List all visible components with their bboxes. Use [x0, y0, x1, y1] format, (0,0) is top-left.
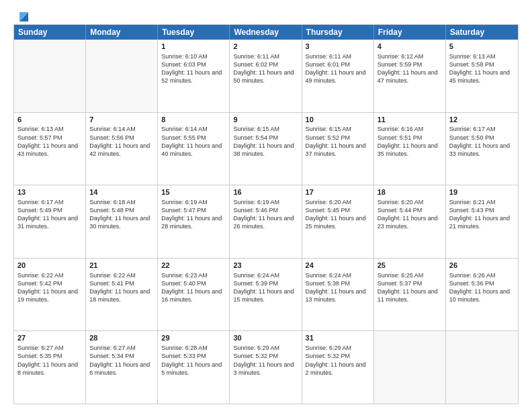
day-number: 31 [306, 333, 370, 343]
daylight-text: Daylight: 11 hours and 52 minutes. [161, 69, 222, 84]
cell-info: Sunrise: 6:24 AMSunset: 5:39 PMDaylight:… [233, 271, 298, 304]
day-number: 24 [306, 261, 370, 271]
day-number: 3 [306, 42, 370, 52]
daylight-text: Daylight: 11 hours and 8 minutes. [17, 361, 78, 376]
sunset-text: Sunset: 5:38 PM [306, 280, 351, 287]
day-number: 7 [89, 115, 154, 125]
day-number: 25 [378, 261, 442, 271]
sunset-text: Sunset: 5:32 PM [306, 353, 351, 359]
sunrise-text: Sunrise: 6:16 AM [378, 126, 424, 132]
daylight-text: Daylight: 11 hours and 10 minutes. [449, 288, 510, 303]
logo-triangle-icon [16, 11, 28, 23]
daylight-text: Daylight: 11 hours and 37 minutes. [306, 142, 366, 157]
day-number: 2 [233, 42, 298, 52]
sunrise-text: Sunrise: 6:29 AM [306, 345, 352, 351]
table-row: 23Sunrise: 6:24 AMSunset: 5:39 PMDayligh… [230, 259, 302, 331]
logo [13, 11, 28, 20]
table-row [86, 40, 158, 112]
table-row [374, 331, 446, 404]
sunrise-text: Sunrise: 6:22 AM [17, 272, 64, 279]
sunrise-text: Sunrise: 6:11 AM [233, 53, 279, 60]
table-row [14, 40, 86, 112]
header-friday: Friday [374, 25, 446, 40]
week-row-5: 27Sunrise: 6:27 AMSunset: 5:35 PMDayligh… [14, 331, 518, 404]
daylight-text: Daylight: 11 hours and 23 minutes. [378, 215, 438, 230]
daylight-text: Daylight: 11 hours and 15 minutes. [233, 288, 294, 303]
day-number: 15 [161, 187, 226, 197]
daylight-text: Daylight: 11 hours and 6 minutes. [89, 361, 150, 376]
daylight-text: Daylight: 11 hours and 49 minutes. [306, 69, 366, 84]
day-number: 28 [89, 333, 154, 343]
sunset-text: Sunset: 5:51 PM [378, 134, 423, 141]
week-row-3: 13Sunrise: 6:17 AMSunset: 5:49 PMDayligh… [14, 185, 518, 259]
sunrise-text: Sunrise: 6:24 AM [233, 272, 279, 279]
table-row: 19Sunrise: 6:21 AMSunset: 5:43 PMDayligh… [446, 185, 518, 258]
cell-info: Sunrise: 6:12 AMSunset: 5:59 PMDaylight:… [378, 52, 442, 85]
day-number: 4 [378, 42, 442, 52]
daylight-text: Daylight: 11 hours and 35 minutes. [378, 142, 438, 157]
table-row: 30Sunrise: 6:29 AMSunset: 5:32 PMDayligh… [230, 331, 302, 404]
header-saturday: Saturday [446, 25, 518, 40]
calendar: Sunday Monday Tuesday Wednesday Thursday… [13, 24, 519, 404]
table-row: 22Sunrise: 6:23 AMSunset: 5:40 PMDayligh… [158, 259, 230, 331]
sunset-text: Sunset: 5:32 PM [233, 353, 278, 359]
sunrise-text: Sunrise: 6:13 AM [17, 126, 64, 132]
table-row: 4Sunrise: 6:12 AMSunset: 5:59 PMDaylight… [374, 40, 446, 112]
daylight-text: Daylight: 11 hours and 38 minutes. [233, 142, 294, 157]
table-row: 31Sunrise: 6:29 AMSunset: 5:32 PMDayligh… [302, 331, 374, 404]
sunset-text: Sunset: 5:36 PM [449, 280, 494, 287]
daylight-text: Daylight: 11 hours and 28 minutes. [161, 215, 222, 230]
header-sunday: Sunday [14, 25, 86, 40]
table-row: 12Sunrise: 6:17 AMSunset: 5:50 PMDayligh… [446, 113, 518, 185]
daylight-text: Daylight: 11 hours and 26 minutes. [233, 215, 294, 230]
daylight-text: Daylight: 11 hours and 40 minutes. [161, 142, 222, 157]
daylight-text: Daylight: 11 hours and 45 minutes. [449, 69, 510, 84]
week-row-2: 6Sunrise: 6:13 AMSunset: 5:57 PMDaylight… [14, 113, 518, 186]
header-tuesday: Tuesday [158, 25, 230, 40]
sunset-text: Sunset: 5:35 PM [17, 353, 62, 359]
daylight-text: Daylight: 11 hours and 5 minutes. [161, 361, 222, 376]
sunrise-text: Sunrise: 6:17 AM [17, 199, 64, 205]
day-number: 17 [306, 187, 370, 197]
day-number: 13 [17, 187, 82, 197]
daylight-text: Daylight: 11 hours and 43 minutes. [17, 142, 78, 157]
cell-info: Sunrise: 6:21 AMSunset: 5:43 PMDaylight:… [449, 198, 515, 231]
daylight-text: Daylight: 11 hours and 47 minutes. [378, 69, 438, 84]
sunset-text: Sunset: 5:34 PM [89, 353, 134, 359]
sunset-text: Sunset: 5:41 PM [89, 280, 134, 287]
day-number: 27 [17, 333, 82, 343]
cell-info: Sunrise: 6:27 AMSunset: 5:34 PMDaylight:… [89, 344, 154, 377]
day-number: 6 [17, 115, 82, 125]
table-row: 9Sunrise: 6:15 AMSunset: 5:54 PMDaylight… [230, 113, 302, 185]
table-row: 6Sunrise: 6:13 AMSunset: 5:57 PMDaylight… [14, 113, 86, 185]
cell-info: Sunrise: 6:24 AMSunset: 5:38 PMDaylight:… [306, 271, 370, 304]
sunrise-text: Sunrise: 6:11 AM [306, 53, 352, 60]
cell-info: Sunrise: 6:17 AMSunset: 5:49 PMDaylight:… [17, 198, 82, 231]
cell-info: Sunrise: 6:18 AMSunset: 5:48 PMDaylight:… [89, 198, 154, 231]
cell-info: Sunrise: 6:27 AMSunset: 5:35 PMDaylight:… [17, 344, 82, 377]
sunset-text: Sunset: 5:49 PM [17, 207, 62, 214]
table-row: 11Sunrise: 6:16 AMSunset: 5:51 PMDayligh… [374, 113, 446, 185]
sunrise-text: Sunrise: 6:28 AM [161, 345, 208, 351]
sunrise-text: Sunrise: 6:14 AM [89, 126, 136, 132]
daylight-text: Daylight: 11 hours and 33 minutes. [449, 142, 510, 157]
table-row: 3Sunrise: 6:11 AMSunset: 6:01 PMDaylight… [302, 40, 374, 112]
cell-info: Sunrise: 6:15 AMSunset: 5:52 PMDaylight:… [306, 125, 370, 158]
sunrise-text: Sunrise: 6:27 AM [17, 345, 64, 351]
table-row: 1Sunrise: 6:10 AMSunset: 6:03 PMDaylight… [158, 40, 230, 112]
cell-info: Sunrise: 6:23 AMSunset: 5:40 PMDaylight:… [161, 271, 226, 304]
table-row: 28Sunrise: 6:27 AMSunset: 5:34 PMDayligh… [86, 331, 158, 404]
table-row: 13Sunrise: 6:17 AMSunset: 5:49 PMDayligh… [14, 185, 86, 258]
sunrise-text: Sunrise: 6:20 AM [306, 199, 352, 205]
header-wednesday: Wednesday [230, 25, 302, 40]
daylight-text: Daylight: 11 hours and 11 minutes. [378, 288, 438, 303]
sunset-text: Sunset: 5:57 PM [17, 134, 62, 141]
sunrise-text: Sunrise: 6:17 AM [449, 126, 496, 132]
table-row: 21Sunrise: 6:22 AMSunset: 5:41 PMDayligh… [86, 259, 158, 331]
cell-info: Sunrise: 6:13 AMSunset: 5:57 PMDaylight:… [17, 125, 82, 158]
sunrise-text: Sunrise: 6:12 AM [378, 53, 424, 60]
table-row: 10Sunrise: 6:15 AMSunset: 5:52 PMDayligh… [302, 113, 374, 185]
page: Sunday Monday Tuesday Wednesday Thursday… [0, 0, 532, 411]
table-row: 26Sunrise: 6:26 AMSunset: 5:36 PMDayligh… [446, 259, 518, 331]
sunset-text: Sunset: 5:46 PM [233, 207, 278, 214]
